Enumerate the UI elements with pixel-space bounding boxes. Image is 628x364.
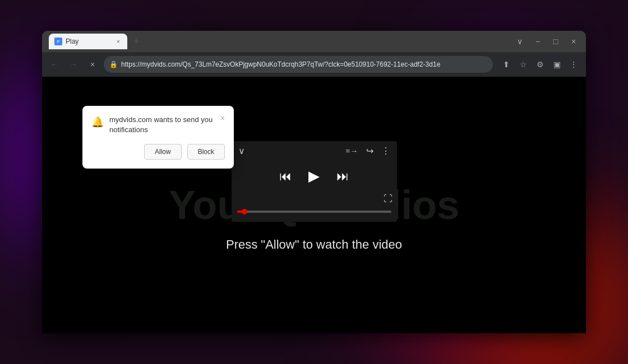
forward-button[interactable]: →: [66, 57, 81, 72]
tab-close-button[interactable]: ×: [114, 37, 123, 46]
progress-bar[interactable]: [237, 211, 391, 213]
close-button[interactable]: ×: [566, 34, 581, 49]
page-content: YourIQ Studios ∨ ≡→ ↪ ⋮ ⏮ ▶ ⏭ ⛶: [42, 77, 586, 333]
notif-header: 🔔 mydvids.com wants to send you notifica…: [91, 115, 225, 135]
tab-bar: P Play × +: [47, 34, 507, 49]
address-actions: ⬆ ☆ ⚙ ▣ ⋮: [498, 57, 581, 72]
play-icon[interactable]: ▶: [308, 167, 320, 185]
maximize-button[interactable]: □: [548, 34, 564, 49]
browser-tab[interactable]: P Play ×: [49, 34, 127, 49]
extensions-button[interactable]: ⚙: [532, 57, 548, 72]
allow-button[interactable]: Allow: [144, 144, 182, 160]
notification-bell-icon: 🔔: [91, 116, 104, 128]
notification-close-button[interactable]: ×: [220, 115, 225, 123]
fullscreen-btn-wrap: ⛶: [232, 194, 397, 206]
url-bar[interactable]: 🔒 https://mydvids.com/Qs_73Lm7eZsvOkPjgw…: [104, 56, 493, 73]
fullscreen-icon[interactable]: ⛶: [384, 194, 392, 204]
lock-icon: 🔒: [109, 60, 118, 69]
minimize-button[interactable]: −: [530, 34, 546, 49]
press-allow-text: Press "Allow" to watch the video: [226, 237, 402, 252]
tab-favicon: P: [54, 38, 62, 45]
url-text: https://mydvids.com/Qs_73Lm7eZsvOkPjgwpN…: [121, 60, 487, 68]
queue-icon[interactable]: ≡→: [346, 147, 358, 156]
notification-message: mydvids.com wants to send you notificati…: [109, 115, 220, 135]
block-button[interactable]: Block: [187, 144, 225, 160]
player-controls: ⏮ ▶ ⏭: [232, 161, 397, 194]
menu-button[interactable]: ⋮: [566, 57, 581, 72]
player-top-left: ∨: [238, 146, 245, 156]
player-top-right: ≡→ ↪ ⋮: [346, 146, 390, 156]
sidebar-button[interactable]: ▣: [549, 57, 565, 72]
share-button[interactable]: ⬆: [498, 57, 514, 72]
player-bottom: [232, 206, 397, 222]
address-bar: ← → × 🔒 https://mydvids.com/Qs_73Lm7eZsv…: [42, 52, 586, 77]
chevron-down-button[interactable]: ∨: [512, 34, 528, 49]
progress-dot: [242, 209, 247, 214]
reload-button[interactable]: ×: [85, 57, 100, 72]
video-player: ∨ ≡→ ↪ ⋮ ⏮ ▶ ⏭ ⛶: [232, 141, 397, 222]
bookmark-button[interactable]: ☆: [515, 57, 531, 72]
browser-window: P Play × + ∨ − □ × ← → × 🔒 https://mydvi…: [42, 31, 586, 333]
notification-popup: 🔔 mydvids.com wants to send you notifica…: [82, 106, 234, 169]
chevron-down-icon[interactable]: ∨: [238, 146, 245, 156]
back-button[interactable]: ←: [47, 57, 62, 72]
share-icon[interactable]: ↪: [366, 146, 373, 156]
more-icon[interactable]: ⋮: [381, 146, 390, 156]
skip-back-icon[interactable]: ⏮: [279, 169, 292, 184]
skip-forward-icon[interactable]: ⏭: [336, 169, 349, 184]
notif-icon-text: 🔔 mydvids.com wants to send you notifica…: [91, 115, 220, 135]
title-bar: P Play × + ∨ − □ ×: [42, 31, 586, 52]
window-controls: ∨ − □ ×: [512, 34, 581, 49]
notification-buttons: Allow Block: [91, 144, 225, 160]
tab-label: Play: [66, 38, 110, 45]
player-top-bar: ∨ ≡→ ↪ ⋮: [232, 141, 397, 161]
new-tab-button[interactable]: +: [128, 34, 144, 49]
